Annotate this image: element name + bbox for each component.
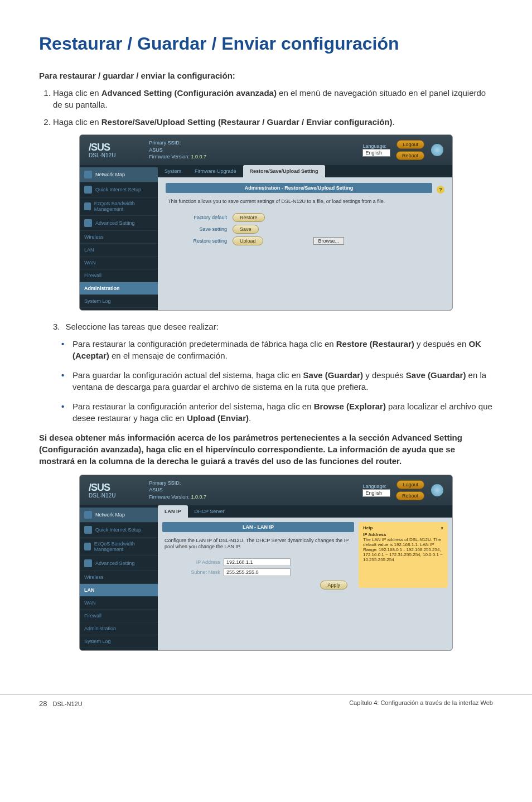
step1-pre: Haga clic en (53, 88, 101, 98)
sidebar-lan[interactable]: LAN (80, 244, 158, 257)
sidebar-wan[interactable]: WAN (80, 597, 158, 610)
label: WAN (84, 260, 96, 265)
logout-button[interactable]: Logout (396, 140, 424, 149)
reboot-button[interactable]: Reboot (396, 491, 424, 500)
sidebar-ezqos[interactable]: EzQoS Bandwidth Management (80, 197, 158, 216)
label: Wireless (84, 574, 104, 580)
label: LAN (84, 587, 95, 593)
panel-description: This function allows you to save current… (166, 196, 444, 211)
upload-button[interactable]: Upload (233, 236, 263, 245)
text: . (249, 413, 251, 423)
text: Para restaurar la configuración predeter… (72, 339, 336, 349)
sidebar-advanced-setting[interactable]: Advanced Setting (80, 216, 158, 231)
sidebar-administration[interactable]: Administration (80, 282, 158, 295)
sidebar-lan[interactable]: LAN (80, 584, 158, 597)
label: Network Map (95, 512, 125, 518)
sidebar-quick-setup[interactable]: Quick Internet Setup (80, 523, 158, 538)
sidebar-firewall[interactable]: Firewall (80, 610, 158, 622)
tab-firmware-upgrade[interactable]: Firmware Upgrade (188, 165, 243, 177)
router-logo: /SUS (89, 142, 115, 153)
label: Firewall (84, 273, 101, 278)
help-icon[interactable]: ? (437, 186, 444, 194)
sidebar-administration[interactable]: Administration (80, 622, 158, 635)
sidebar-wan[interactable]: WAN (80, 257, 158, 269)
sidebar-ezqos[interactable]: EzQoS Bandwidth Management (80, 538, 158, 556)
sidebar-wireless[interactable]: Wireless (80, 231, 158, 244)
lang-select[interactable]: English (362, 149, 390, 157)
apply-button[interactable]: Apply (320, 581, 347, 590)
help-body: The LAN IP address of DSL-N12U. The defa… (363, 537, 443, 562)
text: y después en (414, 339, 469, 349)
tab-system[interactable]: System (158, 165, 188, 177)
label: Network Map (95, 172, 125, 177)
ssid-value: ASUS (149, 487, 163, 492)
label: Administration (84, 626, 116, 631)
label: WAN (84, 600, 96, 606)
ssid-label: Primary SSID: (149, 480, 181, 486)
text: Para restaurar la configuración anterior… (72, 402, 314, 411)
save-button[interactable]: Save (233, 225, 259, 234)
step-1: Haga clic en Advanced Setting (Configura… (53, 87, 493, 110)
router-screenshot-1: /SUS DSL-N12U Primary SSID: ASUS Firmwar… (79, 134, 453, 311)
text: Para guardar la configuración actual del… (72, 370, 303, 380)
sidebar-firewall[interactable]: Firewall (80, 269, 158, 282)
label: Advanced Setting (95, 220, 135, 226)
ssid-value: ASUS (149, 147, 163, 153)
sidebar-network-map[interactable]: Network Map (80, 508, 158, 523)
reboot-button[interactable]: Reboot (396, 151, 424, 160)
label: Quick Internet Setup (95, 527, 141, 533)
bullet-save: Para guardar la configuración actual del… (61, 369, 493, 393)
globe-icon[interactable] (431, 144, 443, 156)
more-info-paragraph: Si desea obtener más información acerca … (39, 432, 493, 467)
restore-button[interactable]: Restore (233, 213, 265, 222)
globe-icon[interactable] (431, 484, 443, 496)
step-2: Haga clic en Restore/Save/Upload Setting… (53, 116, 493, 128)
subnet-mask-input[interactable]: 255.255.255.0 (224, 568, 291, 576)
sidebar-network-map[interactable]: Network Map (80, 167, 158, 182)
step-3: Seleccione las tareas que desee realizar… (53, 321, 493, 332)
page-number: 28 (39, 699, 47, 708)
router-sidebar: Network Map Quick Internet Setup EzQoS B… (80, 165, 158, 310)
label: EzQoS Bandwidth Management (94, 201, 153, 212)
tab-restore-save-upload[interactable]: Restore/Save/Upload Setting (243, 165, 325, 177)
sidebar-system-log[interactable]: System Log (80, 295, 158, 308)
help-panel: Help x IP Address The LAN IP address of … (359, 522, 448, 588)
label: Wireless (84, 234, 104, 240)
bullet-browse: Para restaurar la configuración anterior… (61, 400, 493, 424)
sidebar-advanced-setting[interactable]: Advanced Setting (80, 556, 158, 571)
help-heading: IP Address (363, 532, 443, 537)
bullet-restore: Para restaurar la configuración predeter… (61, 338, 493, 361)
panel-title: LAN - LAN IP (162, 522, 354, 532)
label: Firewall (84, 613, 101, 619)
lang-label: Language: (362, 143, 386, 149)
step2-post: . (393, 117, 395, 127)
restore-setting-label: Restore setting (177, 238, 227, 244)
setup-icon (84, 186, 92, 194)
factory-default-label: Factory default (177, 215, 227, 220)
bold: Save (Guardar) (406, 370, 466, 380)
ip-address-input[interactable]: 192.168.1.1 (224, 558, 291, 566)
lang-select[interactable]: English (362, 489, 390, 497)
steps-subtitle: Para restaurar / guardar / enviar la con… (39, 71, 493, 80)
browse-button[interactable]: Browse... (313, 237, 345, 245)
bold: Restore (Restaurar) (336, 339, 414, 349)
help-close-button[interactable]: x (441, 525, 443, 530)
router-sidebar: Network Map Quick Internet Setup EzQoS B… (80, 505, 158, 650)
label: EzQoS Bandwidth Management (94, 541, 153, 552)
bold: Upload (Enviar) (187, 413, 249, 423)
ssid-label: Primary SSID: (149, 140, 181, 146)
lang-label: Language: (362, 484, 386, 489)
step2-bold: Restore/Save/Upload Setting (Restaurar /… (101, 117, 393, 127)
footer-model: DSL-N12U (52, 700, 82, 707)
sidebar-system-log[interactable]: System Log (80, 635, 158, 648)
sidebar-wireless[interactable]: Wireless (80, 571, 158, 584)
network-map-icon (84, 511, 92, 519)
fw-value[interactable]: 1.0.0.7 (191, 154, 206, 160)
fw-value[interactable]: 1.0.0.7 (191, 494, 206, 500)
tab-dhcp-server[interactable]: DHCP Server (188, 505, 231, 518)
label: Advanced Setting (95, 561, 135, 566)
sidebar-quick-setup[interactable]: Quick Internet Setup (80, 182, 158, 197)
tab-lan-ip[interactable]: LAN IP (158, 505, 188, 518)
label: LAN (84, 247, 94, 253)
logout-button[interactable]: Logout (396, 480, 424, 489)
